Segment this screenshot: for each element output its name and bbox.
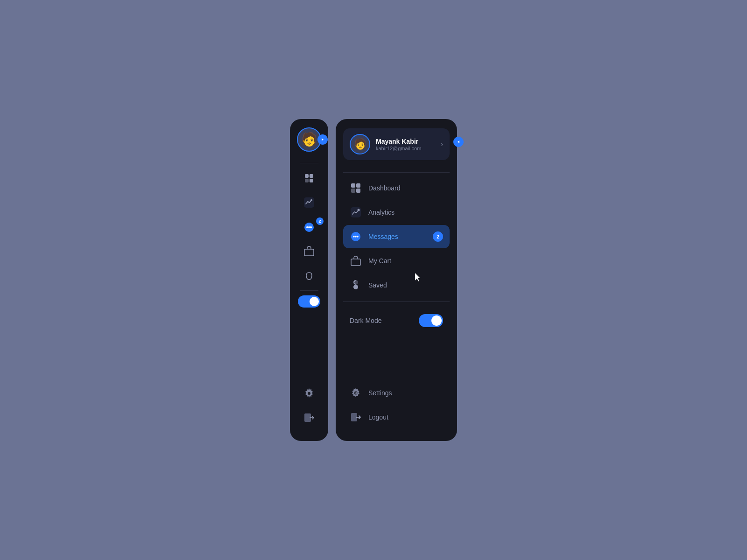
profile-email: kabir12@gmail.com [376, 146, 421, 151]
logout-icon [303, 412, 315, 424]
expanded-sidebar-container: 🧑 Mayank Kabir kabir12@gmail.com › [336, 119, 457, 441]
collapsed-avatar[interactable]: 🧑 [297, 127, 321, 152]
messages-badge: 2 [316, 217, 324, 225]
divider-before-dark-mode [343, 301, 450, 302]
dark-mode-row: Dark Mode [343, 309, 450, 332]
svg-rect-11 [304, 249, 314, 256]
svg-marker-14 [458, 140, 459, 143]
nav-cart-icon [350, 255, 362, 267]
svg-rect-3 [305, 179, 309, 182]
messages-icon [303, 221, 315, 233]
profile-name: Mayank Kabir [376, 137, 421, 146]
svg-rect-18 [356, 189, 360, 193]
nav-label-dashboard: Dashboard [368, 184, 401, 192]
messages-nav-badge: 2 [433, 231, 443, 242]
saved-icon [303, 269, 315, 281]
svg-point-9 [308, 226, 310, 228]
svg-rect-4 [310, 179, 313, 182]
svg-point-6 [310, 199, 312, 201]
nav-label-logout: Logout [368, 413, 388, 421]
nav-item-analytics[interactable]: Analytics [343, 201, 450, 224]
nav-item-messages[interactable]: Messages 2 [343, 225, 450, 248]
svg-rect-1 [305, 174, 309, 178]
nav-dashboard-icon [350, 182, 362, 194]
collapse-button[interactable] [453, 137, 464, 147]
dark-mode-toggle[interactable] [419, 314, 443, 327]
collapsed-sidebar: 🧑 [290, 119, 328, 441]
svg-point-24 [357, 236, 359, 238]
nav-settings-icon [350, 387, 362, 399]
expand-button[interactable] [317, 134, 328, 145]
divider-top [300, 163, 318, 163]
svg-point-22 [353, 236, 355, 238]
sidebar-item-analytics[interactable] [290, 190, 328, 215]
profile-header[interactable]: 🧑 Mayank Kabir kabir12@gmail.com › [343, 128, 450, 160]
svg-point-20 [358, 209, 360, 211]
svg-rect-25 [351, 259, 360, 266]
svg-point-10 [310, 226, 312, 228]
settings-icon [303, 387, 315, 399]
svg-point-8 [306, 226, 308, 228]
nav-item-dashboard[interactable]: Dashboard [343, 176, 450, 200]
nav-logout-icon [350, 411, 362, 423]
sidebar-item-dashboard[interactable] [290, 166, 328, 190]
nav-messages-icon [350, 231, 362, 243]
svg-point-12 [308, 392, 310, 395]
sidebar-item-settings[interactable] [290, 381, 328, 406]
nav-item-cart[interactable]: My Cart [343, 249, 450, 273]
analytics-icon [303, 196, 315, 209]
divider-after-profile [343, 172, 450, 173]
nav-label-analytics: Analytics [368, 209, 395, 216]
sidebar-item-saved[interactable] [290, 263, 328, 287]
dark-mode-label: Dark Mode [350, 317, 381, 324]
dark-mode-toggle-collapsed[interactable] [290, 294, 328, 313]
divider-middle [300, 290, 318, 291]
nav-label-cart: My Cart [368, 257, 391, 265]
svg-rect-15 [351, 183, 355, 188]
dashboard-icon [303, 173, 315, 184]
nav-label-settings: Settings [368, 389, 392, 397]
svg-rect-16 [356, 183, 360, 188]
svg-rect-17 [351, 189, 355, 193]
nav-saved-icon [350, 279, 362, 291]
sidebar-item-logout[interactable] [290, 406, 328, 430]
profile-avatar: 🧑 [350, 134, 370, 154]
svg-rect-2 [310, 174, 313, 178]
profile-chevron-icon: › [441, 140, 443, 148]
sidebar-item-cart[interactable] [290, 239, 328, 263]
svg-point-23 [355, 236, 357, 238]
nav-item-saved[interactable]: Saved [343, 273, 450, 297]
svg-marker-0 [322, 138, 324, 141]
nav-label-saved: Saved [368, 281, 387, 289]
nav-label-messages: Messages [368, 233, 398, 240]
cart-icon [303, 245, 315, 257]
expanded-sidebar: 🧑 Mayank Kabir kabir12@gmail.com › [336, 119, 457, 441]
nav-item-settings[interactable]: Settings [343, 381, 450, 405]
sidebar-item-messages[interactable]: 2 [290, 215, 328, 239]
nav-analytics-icon [350, 206, 362, 218]
nav-item-logout[interactable]: Logout [343, 406, 450, 429]
